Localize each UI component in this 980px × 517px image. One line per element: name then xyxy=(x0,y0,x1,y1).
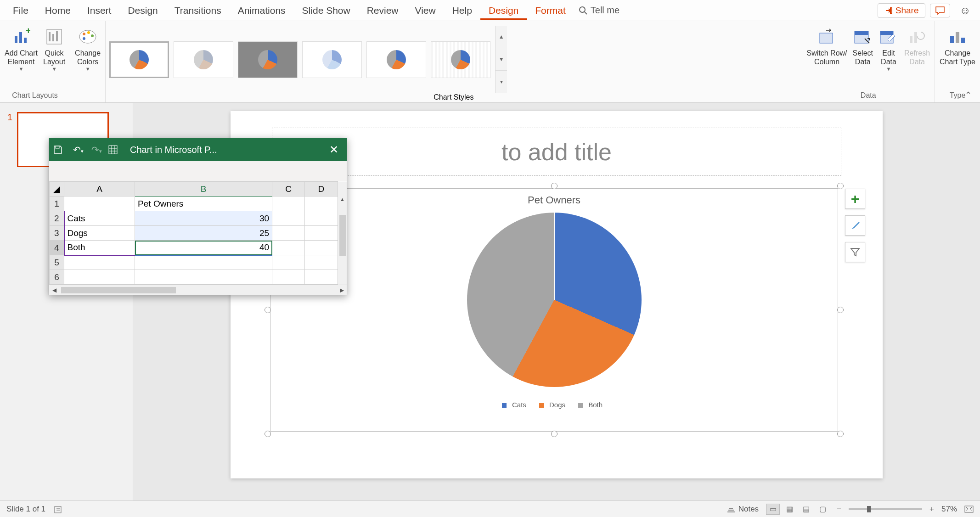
excel-horizontal-scrollbar[interactable]: ◀ ▶ xyxy=(49,285,347,295)
excel-data-window[interactable]: ↶▾ ↷▾ Chart in Microsoft P... ✕ ◢ A B C … xyxy=(49,138,347,295)
cell-c3[interactable] xyxy=(272,226,305,241)
cell-d6[interactable] xyxy=(305,270,338,285)
row-header[interactable]: 4 xyxy=(50,241,64,255)
col-header-b[interactable]: B xyxy=(135,182,272,197)
chart-elements-button[interactable]: + xyxy=(845,189,865,209)
resize-handle[interactable] xyxy=(837,431,844,437)
scroll-down-icon[interactable]: ▼ xyxy=(496,48,507,71)
chart-style-5[interactable] xyxy=(366,41,426,78)
cell-b2[interactable]: 30 xyxy=(135,211,272,226)
excel-grid[interactable]: ◢ A B C D 1 Pet Owners ▲ 2 xyxy=(49,181,347,295)
select-all-cell[interactable]: ◢ xyxy=(50,182,64,197)
cell-b5[interactable] xyxy=(135,255,272,270)
resize-handle[interactable] xyxy=(551,431,558,437)
menu-help[interactable]: Help xyxy=(444,1,480,20)
menu-chart-design[interactable]: Design xyxy=(480,1,527,20)
cell-a4[interactable]: Both xyxy=(64,241,135,255)
zoom-out-button[interactable]: − xyxy=(837,505,841,514)
chart-title[interactable]: Pet Owners xyxy=(270,194,838,206)
zoom-in-button[interactable]: + xyxy=(929,505,934,514)
normal-view-button[interactable]: ▭ xyxy=(766,504,780,515)
menu-file[interactable]: File xyxy=(5,1,37,20)
cell-b1[interactable]: Pet Owners xyxy=(135,197,272,211)
cell-d3[interactable] xyxy=(305,226,338,241)
cell-d4[interactable] xyxy=(305,241,338,255)
slideshow-view-button[interactable]: ▢ xyxy=(816,504,829,515)
cell-a2[interactable]: Cats xyxy=(64,211,135,226)
row-header[interactable]: 2 xyxy=(50,211,64,226)
cell-c1[interactable] xyxy=(272,197,305,211)
row-header[interactable]: 1 xyxy=(50,197,64,211)
zoom-thumb[interactable] xyxy=(867,506,871,512)
chart-legend[interactable]: Cats Dogs Both xyxy=(270,401,838,409)
collapse-ribbon-button[interactable]: ⌃ xyxy=(965,90,972,100)
slide-sorter-view-button[interactable]: ▦ xyxy=(783,504,796,515)
chart-style-3[interactable] xyxy=(238,41,298,78)
chart-object[interactable]: Pet Owners Cats Dogs Both xyxy=(270,188,838,432)
chart-style-6[interactable] xyxy=(431,41,490,78)
cell-d2[interactable] xyxy=(305,211,338,226)
chart-style-4[interactable] xyxy=(302,41,362,78)
pie-chart[interactable] xyxy=(467,213,642,387)
cell-a3[interactable]: Dogs xyxy=(64,226,135,241)
chart-filters-button[interactable] xyxy=(845,242,865,262)
resize-handle[interactable] xyxy=(551,183,558,189)
add-chart-element-button[interactable]: + Add Chart Element ▼ xyxy=(5,27,38,73)
cell-c6[interactable] xyxy=(272,270,305,285)
save-icon[interactable] xyxy=(53,145,67,155)
cell-a5[interactable] xyxy=(64,255,135,270)
menu-animations[interactable]: Animations xyxy=(230,1,294,20)
cell-c5[interactable] xyxy=(272,255,305,270)
menu-insert[interactable]: Insert xyxy=(79,1,120,20)
row-header[interactable]: 3 xyxy=(50,226,64,241)
chart-style-1[interactable] xyxy=(109,41,169,78)
menu-review[interactable]: Review xyxy=(359,1,407,20)
cell-b3[interactable]: 25 xyxy=(135,226,272,241)
menu-home[interactable]: Home xyxy=(37,1,79,20)
resize-handle[interactable] xyxy=(265,307,271,313)
chart-styles-button[interactable] xyxy=(845,215,865,236)
row-header[interactable]: 5 xyxy=(50,255,64,270)
edit-data-button[interactable]: Edit Data ▼ xyxy=(879,27,899,73)
scroll-up-icon[interactable]: ▲ xyxy=(496,26,507,48)
cell-d5[interactable] xyxy=(305,255,338,270)
accessibility-checker-icon[interactable] xyxy=(54,505,63,514)
scroll-left-icon[interactable]: ◀ xyxy=(49,287,59,293)
quick-layout-button[interactable]: Quick Layout ▼ xyxy=(43,27,65,73)
cell-d1[interactable] xyxy=(305,197,338,211)
excel-titlebar[interactable]: ↶▾ ↷▾ Chart in Microsoft P... ✕ xyxy=(49,138,347,161)
cell-a6[interactable] xyxy=(64,270,135,285)
cell-b4-selected[interactable]: 40 xyxy=(135,241,272,255)
chart-style-2[interactable] xyxy=(174,41,233,78)
menu-transitions[interactable]: Transitions xyxy=(166,1,230,20)
scroll-thumb[interactable] xyxy=(61,287,176,293)
menu-slideshow[interactable]: Slide Show xyxy=(294,1,359,20)
undo-icon[interactable]: ↶▾ xyxy=(71,144,85,155)
col-header-a[interactable]: A xyxy=(64,182,135,197)
cell-c4[interactable] xyxy=(272,241,305,255)
cell-b6[interactable] xyxy=(135,270,272,285)
menu-format[interactable]: Format xyxy=(527,1,574,20)
tell-me-search[interactable]: Tell me xyxy=(579,5,620,16)
cell-a1[interactable] xyxy=(64,197,135,211)
grid-icon[interactable] xyxy=(108,145,122,155)
chart-styles-scrollbar[interactable]: ▲ ▼ ▾ xyxy=(495,26,507,93)
fit-to-window-button[interactable] xyxy=(964,506,974,513)
scroll-more-icon[interactable]: ▾ xyxy=(496,71,507,93)
notes-button[interactable]: Notes xyxy=(727,505,759,514)
scroll-right-icon[interactable]: ▶ xyxy=(337,287,347,293)
change-colors-button[interactable]: Change Colors ▼ xyxy=(75,27,101,73)
comments-button[interactable] xyxy=(930,4,950,17)
title-placeholder[interactable]: to add title xyxy=(272,128,841,176)
cell-c2[interactable] xyxy=(272,211,305,226)
col-header-c[interactable]: C xyxy=(272,182,305,197)
switch-row-column-button[interactable]: Switch Row/ Column xyxy=(807,27,847,66)
change-chart-type-button[interactable]: Change Chart Type xyxy=(940,27,975,66)
col-header-d[interactable]: D xyxy=(305,182,338,197)
menu-design[interactable]: Design xyxy=(119,1,166,20)
feedback-smiley-icon[interactable]: ☺ xyxy=(955,4,975,17)
resize-handle[interactable] xyxy=(265,431,271,437)
row-header[interactable]: 6 xyxy=(50,270,64,285)
menu-view[interactable]: View xyxy=(407,1,444,20)
zoom-percent[interactable]: 57% xyxy=(941,505,957,514)
